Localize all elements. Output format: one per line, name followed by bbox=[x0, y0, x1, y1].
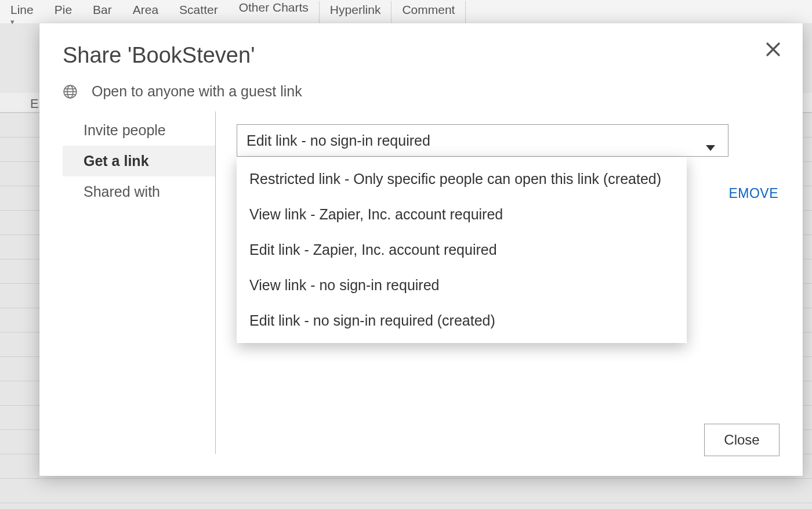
share-content-pane: Edit link - no sign-in required EMOVE Re… bbox=[216, 111, 780, 454]
ribbon-separator bbox=[465, 1, 466, 23]
link-option-view-nosignin[interactable]: View link - no sign-in required bbox=[237, 268, 687, 303]
ribbon-toolbar: Line Pie Bar Area Scatter Other Charts H… bbox=[0, 0, 812, 23]
share-sidenav: Invite people Get a link Shared with bbox=[63, 111, 216, 454]
share-dialog: Share 'BookSteven' Open to anyone with a… bbox=[39, 23, 803, 476]
link-option-edit-account[interactable]: Edit link - Zapier, Inc. account require… bbox=[237, 232, 687, 268]
dialog-title: Share 'BookSteven' bbox=[63, 43, 780, 68]
nav-invite-people[interactable]: Invite people bbox=[63, 115, 215, 146]
link-option-view-account[interactable]: View link - Zapier, Inc. account require… bbox=[237, 197, 687, 232]
sharing-status-row: Open to anyone with a guest link bbox=[63, 83, 780, 100]
svg-marker-5 bbox=[706, 145, 715, 151]
sharing-status-text: Open to anyone with a guest link bbox=[92, 83, 302, 100]
link-option-restricted[interactable]: Restricted link - Only specific people c… bbox=[237, 161, 687, 197]
close-button[interactable]: Close bbox=[704, 424, 780, 456]
ribbon-item-pie[interactable]: Pie bbox=[44, 0, 82, 16]
link-type-selected-label: Edit link - no sign-in required bbox=[246, 132, 430, 149]
ribbon-item-area[interactable]: Area bbox=[122, 0, 169, 16]
ribbon-item-line[interactable]: Line bbox=[0, 0, 44, 16]
link-type-select[interactable]: Edit link - no sign-in required bbox=[237, 124, 728, 157]
column-header-e[interactable]: E bbox=[30, 96, 39, 111]
ribbon-item-bar[interactable]: Bar bbox=[82, 0, 122, 16]
ribbon-item-other-charts[interactable]: Other Charts bbox=[229, 0, 319, 14]
link-option-edit-nosignin-created[interactable]: Edit link - no sign-in required (created… bbox=[237, 303, 687, 338]
ribbon-item-scatter[interactable]: Scatter bbox=[169, 0, 229, 16]
ribbon-item-hyperlink[interactable]: Hyperlink bbox=[320, 0, 392, 16]
ribbon-item-label: Other Charts bbox=[239, 1, 309, 14]
ribbon-dropdown-caret[interactable]: ▾ bbox=[10, 17, 14, 26]
remove-link-partial[interactable]: EMOVE bbox=[728, 186, 778, 201]
ribbon-item-comment[interactable]: Comment bbox=[392, 0, 465, 16]
nav-shared-with[interactable]: Shared with bbox=[63, 176, 215, 207]
chevron-down-icon bbox=[706, 138, 715, 154]
globe-icon bbox=[63, 84, 78, 99]
link-type-dropdown: Restricted link - Only specific people c… bbox=[237, 157, 687, 343]
nav-get-a-link[interactable]: Get a link bbox=[63, 146, 215, 176]
close-icon[interactable] bbox=[764, 41, 782, 58]
